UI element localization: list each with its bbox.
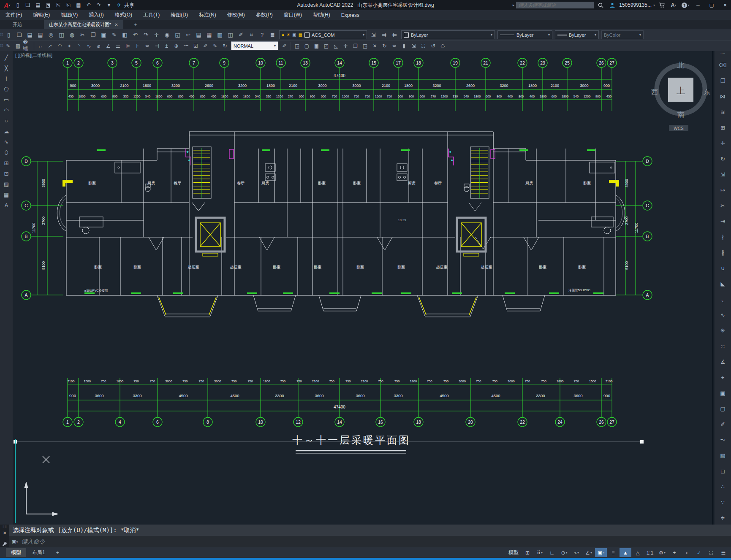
save-icon[interactable]: ⬓ bbox=[33, 1, 43, 9]
new-icon[interactable]: ▯ bbox=[13, 1, 23, 9]
undo-icon[interactable]: ↶ bbox=[84, 1, 94, 9]
annotation-scale-label[interactable]: 1:1 bbox=[644, 548, 656, 557]
line-icon[interactable]: ╱ bbox=[1, 52, 11, 63]
help-icon[interactable]: ? ▾ bbox=[680, 1, 690, 9]
array-icon[interactable]: ⊞ bbox=[718, 120, 728, 135]
construction-line-icon[interactable]: ╳ bbox=[1, 63, 11, 73]
quick-dim-icon[interactable]: ⚌ bbox=[113, 42, 123, 50]
viewport-controls[interactable]: [-][俯视][二维线框] bbox=[15, 52, 52, 59]
layer-combo-caret-icon[interactable]: ▾ bbox=[363, 33, 364, 37]
group-icon[interactable]: ▣ bbox=[718, 385, 728, 401]
pan-icon[interactable]: ✛ bbox=[151, 30, 162, 39]
dim-style-apply-icon[interactable]: ✐ bbox=[280, 42, 289, 50]
dim-override-icon[interactable]: ▧ bbox=[13, 42, 23, 50]
ellipse-icon[interactable]: ⬯ bbox=[1, 147, 11, 158]
polar-icon[interactable]: ⊙▾ bbox=[558, 548, 570, 557]
menubar-item-1[interactable]: 编辑(E) bbox=[27, 10, 55, 20]
lineweight-icon[interactable]: ≡ bbox=[607, 548, 619, 557]
lineweight-combo[interactable]: ByLayer ▾ bbox=[555, 30, 599, 39]
tab-close-icon[interactable]: ✕ bbox=[114, 22, 118, 27]
linetype-combo-caret-icon[interactable]: ▾ bbox=[548, 33, 550, 37]
vp-poly-icon[interactable]: ▣ bbox=[312, 42, 321, 50]
new-icon[interactable]: ▯ bbox=[3, 30, 14, 39]
menubar-item-11[interactable]: 帮助(H) bbox=[307, 10, 336, 20]
toolbar-grip-2[interactable]: ⠿⠿ bbox=[0, 44, 3, 48]
menubar-item-0[interactable]: 文件(F) bbox=[0, 10, 27, 20]
dim-aligned-icon[interactable]: ↗ bbox=[45, 42, 55, 50]
zoom-window-icon[interactable]: ◱ bbox=[172, 30, 183, 39]
command-input-row[interactable]: ▣▾ 键入命令 bbox=[9, 536, 731, 547]
menubar-item-2[interactable]: 视图(V) bbox=[55, 10, 83, 20]
autodesk-a-icon[interactable]: A▾ bbox=[668, 1, 679, 9]
vp-single-icon[interactable]: ▢ bbox=[302, 42, 312, 50]
crosshair-plus-icon[interactable]: + bbox=[668, 548, 680, 557]
layout-tab-new[interactable]: + bbox=[51, 548, 64, 557]
graphics-performance-icon[interactable]: ✓ bbox=[693, 548, 705, 557]
scale-icon[interactable]: ⇲ bbox=[718, 167, 728, 182]
command-close-icon[interactable]: ✕ bbox=[3, 530, 6, 536]
clip-existing-icon[interactable]: ◺ bbox=[331, 42, 341, 50]
hatch-icon[interactable]: ▨ bbox=[1, 179, 11, 189]
redo-icon[interactable]: ↷ bbox=[141, 30, 151, 39]
print-icon[interactable]: ▤ bbox=[35, 30, 46, 39]
dim-layer-icon[interactable]: �端 bbox=[23, 42, 33, 50]
join-icon[interactable]: ∪ bbox=[718, 260, 728, 276]
copy-object-icon[interactable]: ❐ bbox=[718, 73, 728, 89]
match-layer-icon[interactable]: ⇉ bbox=[379, 30, 389, 39]
dim-edit-icon[interactable]: ✐ bbox=[201, 42, 210, 50]
export-icon[interactable]: ⇱ bbox=[53, 1, 63, 9]
annotation-autoscale-icon[interactable]: △ bbox=[632, 548, 644, 557]
maximize-vp-icon[interactable]: ⛶ bbox=[418, 42, 428, 50]
refresh-vp-icon[interactable]: ♺ bbox=[438, 42, 448, 50]
dimstyle-combo[interactable]: NORMAL ▾ bbox=[231, 41, 278, 50]
close-button[interactable]: ✕ bbox=[719, 0, 731, 10]
toolbar-grip[interactable]: ⠿⠿ bbox=[0, 33, 3, 37]
edit-hatch-icon[interactable]: ▧ bbox=[718, 448, 728, 463]
menubar-item-7[interactable]: 标注(N) bbox=[193, 10, 222, 20]
paste-icon[interactable]: ▣ bbox=[98, 30, 109, 39]
match-properties-icon[interactable]: ✎ bbox=[109, 30, 120, 39]
print-icon[interactable]: ▤ bbox=[73, 1, 84, 9]
grid-icon[interactable]: ⊞ bbox=[522, 548, 533, 557]
quick-calc-icon[interactable]: ⌗ bbox=[246, 30, 257, 39]
point-style-icon[interactable]: ∵ bbox=[718, 495, 728, 510]
mirror-icon[interactable]: ⋈ bbox=[718, 89, 728, 104]
menubar-item-3[interactable]: 插入(I) bbox=[83, 10, 109, 20]
insert-block-icon[interactable]: ⊞ bbox=[1, 158, 11, 168]
update-vp-icon[interactable]: ↺ bbox=[428, 42, 438, 50]
dim-radius-icon[interactable]: ◝ bbox=[74, 42, 84, 50]
move-vp-icon[interactable]: ✛ bbox=[341, 42, 351, 50]
delete-vp-icon[interactable]: ✕ bbox=[370, 42, 380, 50]
rectangle-icon[interactable]: ▭ bbox=[1, 95, 11, 105]
dim-baseline-icon[interactable]: ⊫ bbox=[123, 42, 133, 50]
drawing-canvas[interactable]: 4740090030002100180032002600320018002100… bbox=[0, 0, 731, 560]
design-center-icon[interactable]: ▦ bbox=[204, 30, 215, 39]
search-input[interactable] bbox=[516, 2, 594, 8]
snap-icon[interactable]: ⠿▾ bbox=[534, 548, 546, 557]
minimize-button[interactable]: ─ bbox=[692, 0, 704, 10]
annotation-visibility-icon[interactable]: ▲ bbox=[620, 548, 631, 557]
multiline-text-icon[interactable]: A bbox=[1, 200, 11, 211]
dim-angular-icon[interactable]: ∠ bbox=[103, 42, 113, 50]
status-model-label[interactable]: 模型 bbox=[506, 548, 521, 557]
lock-vp-icon[interactable]: ▮ bbox=[399, 42, 409, 50]
dim-arc-length-icon[interactable]: ◠ bbox=[55, 42, 65, 50]
command-recent-icon[interactable]: ▣▾ bbox=[12, 539, 18, 544]
cut-icon[interactable]: ✂ bbox=[77, 30, 88, 39]
ortho-icon[interactable]: ∟ bbox=[546, 548, 558, 557]
account-label[interactable]: 1505999135... bbox=[619, 2, 652, 8]
workspace-icon[interactable]: ⚙▾ bbox=[656, 548, 668, 557]
dim-space-icon[interactable]: ≍ bbox=[142, 42, 152, 50]
save-icon[interactable]: ⬓ bbox=[24, 30, 35, 39]
gradient-icon[interactable]: ▦ bbox=[1, 189, 11, 200]
block-editor-icon[interactable]: ◧ bbox=[120, 30, 130, 39]
isodraft-icon[interactable]: ∠▾ bbox=[583, 548, 595, 557]
open-icon[interactable]: ❏ bbox=[23, 1, 33, 9]
zoom-realtime-icon[interactable]: ◉ bbox=[162, 30, 172, 39]
align-icon[interactable]: ≍ bbox=[718, 338, 728, 354]
edit-polyline-icon[interactable]: ✐ bbox=[718, 417, 728, 432]
undo-icon[interactable]: ↶ bbox=[130, 30, 141, 39]
command-customize-icon[interactable] bbox=[2, 541, 7, 548]
menubar-item-10[interactable]: 窗口(W) bbox=[278, 10, 307, 20]
maximize-button[interactable]: ▢ bbox=[706, 0, 717, 10]
